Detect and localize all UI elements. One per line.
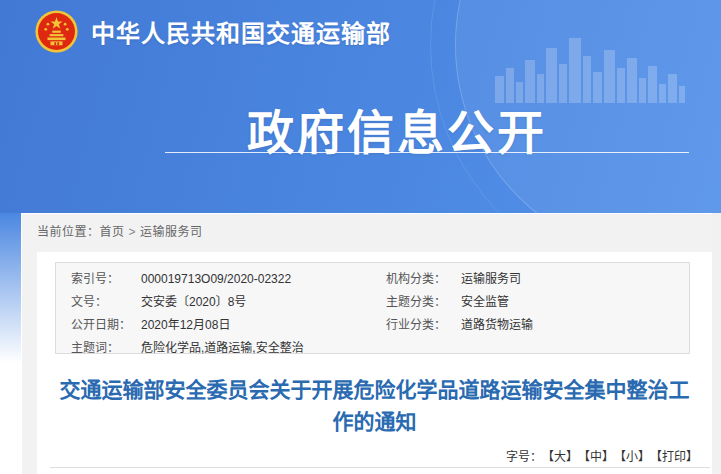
- font-size-large-button[interactable]: 【大】: [548, 450, 578, 464]
- national-emblem-icon: [35, 10, 78, 53]
- table-row: 文号： 交安委〔2020〕8号 主题分类： 安全监管: [56, 292, 689, 312]
- font-size-toolbar: 字号：【大】【中】【小】【打印】: [506, 447, 698, 464]
- left-fade-decoration: [0, 213, 21, 363]
- site-name: 中华人民共和国交通运输部: [91, 14, 391, 49]
- breadcrumb-label: 当前位置：: [37, 225, 100, 239]
- meta-value: 安全监管: [461, 292, 689, 312]
- font-size-small-button[interactable]: 【小】: [620, 450, 650, 464]
- breadcrumb-home-link[interactable]: 首页: [100, 225, 125, 239]
- table-row: 公开日期： 2020年12月08日 行业分类： 道路货物运输: [56, 315, 689, 335]
- article-title: 交通运输部安全委员会关于开展危险化学品道路运输安全集中整治工作的通知: [51, 374, 698, 438]
- meta-value: 000019713O09/2020-02322: [141, 269, 376, 289]
- meta-value: 运输服务司: [461, 269, 689, 289]
- table-row: 索引号： 000019713O09/2020-02322 机构分类： 运输服务司: [56, 269, 689, 289]
- table-row: 主题词： 危险化学品,道路运输,安全整治: [56, 338, 689, 358]
- meta-label: 索引号：: [71, 269, 141, 289]
- meta-label: 机构分类：: [386, 269, 461, 289]
- banner: 中华人民共和国交通运输部 政府信息公开: [0, 0, 721, 213]
- font-size-label: 字号：: [506, 450, 542, 464]
- meta-value: 2020年12月08日: [141, 315, 376, 335]
- meta-value: [461, 338, 689, 358]
- meta-label: 主题词：: [71, 338, 141, 358]
- breadcrumb-separator: >: [129, 225, 137, 239]
- breadcrumb-section-link[interactable]: 运输服务司: [140, 225, 203, 239]
- breadcrumb: 当前位置：首页>运输服务司: [37, 222, 203, 239]
- print-button[interactable]: 【打印】: [656, 450, 698, 464]
- meta-label: 文号：: [71, 292, 141, 312]
- meta-value: 道路货物运输: [461, 315, 689, 335]
- meta-label: 公开日期：: [71, 315, 141, 335]
- meta-table: 索引号： 000019713O09/2020-02322 机构分类： 运输服务司…: [55, 262, 690, 354]
- content-card: 当前位置：首页>运输服务司 索引号： 000019713O09/2020-023…: [22, 214, 712, 474]
- meta-label: 主题分类：: [386, 292, 461, 312]
- meta-label: [386, 338, 461, 358]
- title-underline: [165, 152, 689, 153]
- toolbar-divider: [50, 467, 710, 468]
- article-panel: 索引号： 000019713O09/2020-02322 机构分类： 运输服务司…: [37, 252, 712, 474]
- meta-value: 危险化学品,道路运输,安全整治: [141, 338, 376, 358]
- font-size-medium-button[interactable]: 【中】: [584, 450, 614, 464]
- meta-value: 交安委〔2020〕8号: [141, 292, 376, 312]
- meta-label: 行业分类：: [386, 315, 461, 335]
- site-header: 中华人民共和国交通运输部: [35, 9, 391, 53]
- scrollbar-track[interactable]: [712, 213, 721, 474]
